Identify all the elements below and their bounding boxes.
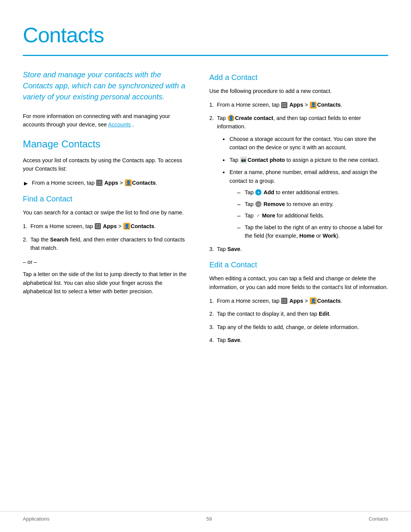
apps-grid-icon-add1	[281, 102, 287, 108]
accounts-link[interactable]: Accounts	[108, 121, 131, 128]
camera-icon: 📷	[240, 157, 247, 163]
add-contact-steps: 1. From a Home screen, tap Apps > 👤Conta…	[209, 101, 388, 253]
intro-text: Store and manage your contacts with the …	[23, 69, 190, 102]
preamble-period: .	[132, 121, 134, 128]
or-text: Tap a letter on the side of the list to …	[23, 270, 190, 296]
footer-right: Contacts	[369, 515, 388, 523]
add-contact-bullets: Choose a storage account for the contact…	[223, 135, 388, 240]
dash-label: Tap the label to the right of an entry t…	[237, 223, 388, 240]
bullet-photo: Tap 📷Contact photo to assign a picture t…	[223, 156, 388, 164]
dash-list: Tap + Add to enter additional entries. T…	[237, 188, 388, 240]
find-contact-body: You can search for a contact or swipe th…	[23, 208, 190, 217]
manage-contacts-heading: Manage Contacts	[23, 137, 190, 152]
title-divider	[23, 55, 388, 56]
contacts-app-icon-edit1: 👤	[310, 297, 317, 304]
find-contact-step-2: 2. Tap the Search field, and then enter …	[23, 235, 190, 252]
contacts-app-icon-find1: 👤	[123, 223, 130, 230]
preamble-prefix: For more information on connecting with …	[23, 113, 170, 128]
edit-contact-step-4: 4. Tap Save.	[209, 336, 388, 344]
edit-contact-steps: 1. From a Home screen, tap Apps > 👤Conta…	[209, 297, 388, 345]
add-step-num-2: 2.	[209, 114, 214, 122]
edit-step-num-2: 2.	[209, 310, 214, 318]
manage-contacts-arrow-item: ► From a Home screen, tap Apps > 👤Contac…	[23, 179, 190, 189]
find-contact-steps: 1. From a Home screen, tap Apps > 👤Conta…	[23, 222, 190, 252]
add-step-num-1: 1.	[209, 101, 214, 109]
contacts-app-icon-add1: 👤	[310, 102, 317, 109]
arrow-icon: ►	[23, 179, 29, 189]
footer-left: Applications	[23, 515, 49, 523]
plus-icon: +	[255, 189, 261, 195]
checkmark-icon: ✓	[255, 212, 261, 219]
add-contact-intro: Use the following procedure to add a new…	[209, 87, 388, 95]
create-contact-icon: 👤	[228, 115, 234, 121]
apps-grid-icon	[96, 180, 102, 186]
find-contact-step-1: 1. From a Home screen, tap Apps > 👤Conta…	[23, 222, 190, 230]
edit-contact-intro: When editing a contact, you can tap a fi…	[209, 274, 388, 291]
edit-step-num-3: 3.	[209, 323, 214, 331]
add-contact-step-2: 2. Tap 👤Create contact, and then tap con…	[209, 114, 388, 240]
page-footer: Applications 59 Contacts	[0, 511, 411, 523]
page-container: Contacts Store and manage your contacts …	[0, 0, 411, 532]
apps-grid-icon-find1	[95, 223, 101, 229]
edit-contact-step-1: 1. From a Home screen, tap Apps > 👤Conta…	[209, 297, 388, 305]
find-contact-heading: Find a Contact	[23, 193, 190, 204]
preamble-text: For more information on connecting with …	[23, 112, 190, 129]
dash-add: Tap + Add to enter additional entries.	[237, 188, 388, 197]
manage-contacts-step: From a Home screen, tap Apps > 👤Contacts…	[32, 179, 157, 187]
or-separator: – or –	[23, 258, 190, 267]
bullet-storage: Choose a storage account for the contact…	[223, 135, 388, 152]
edit-contact-step-3: 3. Tap any of the fields to add, change,…	[209, 323, 388, 331]
contacts-app-icon: 👤	[125, 179, 132, 186]
add-step-num-3: 3.	[209, 245, 214, 253]
dash-remove: Tap − Remove to remove an entry.	[237, 200, 388, 208]
dash-more: Tap ✓More for additional fields.	[237, 211, 388, 220]
left-column: Store and manage your contacts with the …	[23, 69, 190, 350]
add-contact-heading: Add a Contact	[209, 72, 388, 83]
edit-contact-heading: Edit a Contact	[209, 259, 388, 270]
step-num-2: 2.	[23, 235, 27, 244]
add-contact-step-1: 1. From a Home screen, tap Apps > 👤Conta…	[209, 101, 388, 109]
footer-center: 59	[206, 515, 212, 523]
apps-grid-icon-edit1	[281, 298, 287, 304]
right-column: Add a Contact Use the following procedur…	[209, 69, 388, 350]
edit-step-num-1: 1.	[209, 297, 214, 305]
two-column-layout: Store and manage your contacts with the …	[23, 69, 388, 350]
page-title: Contacts	[23, 19, 388, 51]
minus-icon: −	[255, 201, 261, 207]
edit-step-num-4: 4.	[209, 336, 214, 344]
manage-contacts-body: Access your list of contacts by using th…	[23, 156, 190, 173]
edit-contact-step-2: 2. Tap the contact to display it, and th…	[209, 310, 388, 318]
step-num-1: 1.	[23, 222, 27, 230]
bullet-info: Enter a name, phone number, email addres…	[223, 168, 388, 240]
add-contact-step-3: 3. Tap Save.	[209, 245, 388, 253]
